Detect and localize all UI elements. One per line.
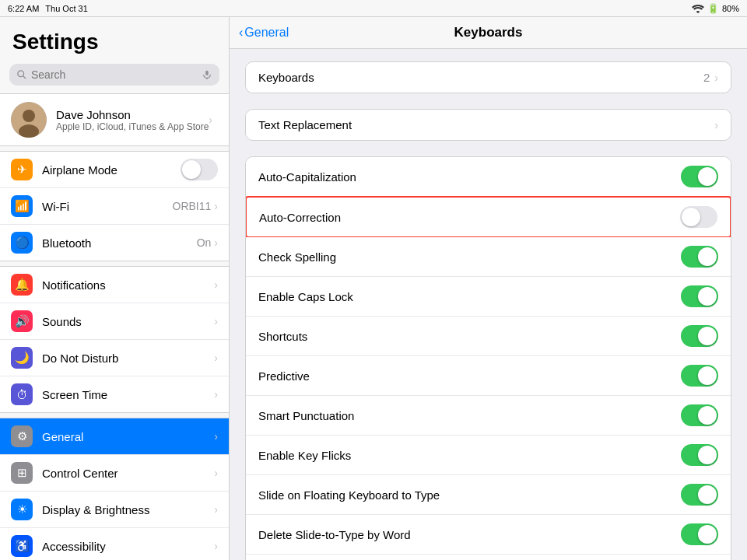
sidebar-item-label-wifi: Wi-Fi: [42, 200, 173, 213]
sidebar-item-donotdisturb[interactable]: 🌙Do Not Disturb›: [0, 340, 229, 376]
svg-rect-2: [205, 71, 208, 75]
settings-label-shortcuts: Shortcuts: [258, 330, 681, 343]
sidebar: Settings Dave Johnson Apple ID, iCloud, …: [0, 17, 230, 560]
settings-group-0: Keyboards2›: [245, 61, 731, 93]
sidebar-item-label-sounds: Sounds: [42, 315, 214, 328]
settings-row-keyboards[interactable]: Keyboards2›: [246, 62, 731, 93]
sounds-icon: 🔊: [11, 310, 33, 332]
user-info: Dave Johnson Apple ID, iCloud, iTunes & …: [56, 108, 209, 132]
sounds-chevron: ›: [214, 315, 218, 327]
settings-label-predictive: Predictive: [258, 369, 681, 383]
text-replacement-chevron: ›: [714, 119, 718, 131]
general-icon: ⚙: [11, 425, 33, 447]
status-bar-left: 6:22 AM Thu Oct 31: [8, 4, 88, 13]
nav-bar: ‹ General Keyboards: [230, 17, 747, 49]
settings-group-1: Text Replacement›: [245, 109, 731, 141]
sidebar-sections: ✈Airplane Mode📶Wi-FiORBI11›🔵BluetoothOn›…: [0, 151, 229, 560]
bluetooth-chevron: ›: [214, 236, 218, 249]
content-area: Keyboards2›Text Replacement›Auto-Capital…: [230, 49, 747, 560]
donotdisturb-chevron: ›: [214, 352, 218, 364]
search-bar[interactable]: [9, 64, 219, 86]
search-icon: [17, 69, 26, 80]
settings-row-enable-key-flicks[interactable]: Enable Key Flicks: [246, 436, 731, 475]
sidebar-item-notifications[interactable]: 🔔Notifications›: [0, 267, 229, 303]
airplane-icon: ✈: [11, 159, 33, 180]
general-chevron: ›: [214, 430, 218, 443]
back-label: General: [244, 26, 289, 40]
sidebar-item-general[interactable]: ⚙General›: [0, 418, 229, 455]
svg-point-5: [23, 110, 35, 122]
microphone-icon: [202, 69, 212, 80]
back-button[interactable]: ‹ General: [239, 26, 289, 40]
sidebar-item-label-notifications: Notifications: [42, 278, 214, 292]
svg-line-1: [23, 76, 26, 79]
airplane-toggle[interactable]: [181, 159, 218, 180]
sidebar-item-label-airplane: Airplane Mode: [42, 163, 181, 177]
accessibility-chevron: ›: [214, 540, 218, 552]
settings-row-auto-capitalization[interactable]: Auto-Capitalization: [246, 157, 731, 197]
settings-label-enable-key-flicks: Enable Key Flicks: [258, 449, 681, 462]
settings-label-check-spelling: Check Spelling: [258, 250, 681, 264]
settings-row-shortcuts[interactable]: Shortcuts: [246, 317, 731, 356]
notifications-icon: 🔔: [11, 274, 33, 296]
user-profile-chevron: ›: [209, 114, 212, 126]
smart-punctuation-toggle[interactable]: [681, 404, 718, 426]
user-profile[interactable]: Dave Johnson Apple ID, iCloud, iTunes & …: [0, 93, 229, 146]
settings-label-enable-caps-lock: Enable Caps Lock: [258, 290, 681, 303]
keyboards-value: 2: [703, 71, 710, 84]
sidebar-item-display[interactable]: ☀Display & Brightness›: [0, 492, 229, 528]
sidebar-item-screentime[interactable]: ⏱Screen Time›: [0, 376, 229, 412]
settings-row-predictive[interactable]: Predictive: [246, 356, 731, 396]
sidebar-item-airplane[interactable]: ✈Airplane Mode: [0, 152, 229, 188]
slide-floating-toggle[interactable]: [681, 484, 718, 506]
sidebar-section-1: 🔔Notifications›🔊Sounds›🌙Do Not Disturb›⏱…: [0, 266, 229, 413]
settings-row-period-shortcut[interactable]: “.” Shortcut: [246, 555, 731, 560]
settings-row-smart-punctuation[interactable]: Smart Punctuation: [246, 396, 731, 436]
notifications-chevron: ›: [214, 278, 218, 291]
wifi-chevron: ›: [214, 200, 218, 212]
screentime-icon: ⏱: [11, 383, 33, 405]
controlcenter-icon: ⊞: [11, 462, 33, 484]
display-chevron: ›: [214, 503, 218, 516]
settings-label-auto-capitalization: Auto-Capitalization: [258, 170, 681, 184]
status-date: Thu Oct 31: [45, 4, 87, 13]
enable-caps-lock-toggle[interactable]: [681, 285, 718, 307]
check-spelling-toggle[interactable]: [681, 246, 718, 268]
settings-row-auto-correction[interactable]: Auto-Correction: [245, 196, 731, 238]
shortcuts-toggle[interactable]: [681, 325, 718, 347]
sidebar-item-bluetooth[interactable]: 🔵BluetoothOn›: [0, 225, 229, 261]
battery-icon: 🔋: [707, 3, 719, 14]
settings-row-check-spelling[interactable]: Check Spelling: [246, 237, 731, 277]
settings-row-slide-floating[interactable]: Slide on Floating Keyboard to Type: [246, 475, 731, 515]
wifi-icon: [692, 4, 704, 13]
enable-key-flicks-toggle[interactable]: [681, 444, 718, 466]
accessibility-icon: ♿: [11, 535, 33, 557]
back-chevron-icon: ‹: [239, 26, 243, 40]
settings-row-text-replacement[interactable]: Text Replacement›: [246, 110, 731, 140]
settings-label-text-replacement: Text Replacement: [258, 118, 714, 131]
controlcenter-chevron: ›: [214, 467, 218, 479]
sidebar-item-label-controlcenter: Control Center: [42, 467, 214, 480]
sidebar-item-label-accessibility: Accessibility: [42, 540, 214, 553]
delete-slide-toggle[interactable]: [681, 523, 718, 545]
sidebar-item-wifi[interactable]: 📶Wi-FiORBI11›: [0, 188, 229, 225]
svg-point-0: [18, 71, 24, 77]
user-name: Dave Johnson: [56, 108, 209, 121]
avatar: [11, 102, 47, 138]
status-bar-right: 🔋 80%: [692, 3, 739, 14]
sidebar-item-controlcenter[interactable]: ⊞Control Center›: [0, 455, 229, 492]
main-content: ‹ General Keyboards Keyboards2›Text Repl…: [230, 17, 747, 560]
settings-title: Settings: [0, 17, 229, 61]
sidebar-item-sounds[interactable]: 🔊Sounds›: [0, 303, 229, 340]
sidebar-section-0: ✈Airplane Mode📶Wi-FiORBI11›🔵BluetoothOn›: [0, 151, 229, 261]
auto-capitalization-toggle[interactable]: [681, 166, 718, 187]
settings-label-delete-slide: Delete Slide-to-Type by Word: [258, 528, 681, 541]
settings-row-enable-caps-lock[interactable]: Enable Caps Lock: [246, 277, 731, 317]
predictive-toggle[interactable]: [681, 365, 718, 387]
settings-label-smart-punctuation: Smart Punctuation: [258, 409, 681, 422]
search-input[interactable]: [31, 68, 198, 81]
sidebar-item-accessibility[interactable]: ♿Accessibility›: [0, 528, 229, 560]
settings-groups: Keyboards2›Text Replacement›Auto-Capital…: [245, 61, 731, 560]
settings-row-delete-slide[interactable]: Delete Slide-to-Type by Word: [246, 515, 731, 555]
auto-correction-toggle[interactable]: [680, 206, 717, 228]
